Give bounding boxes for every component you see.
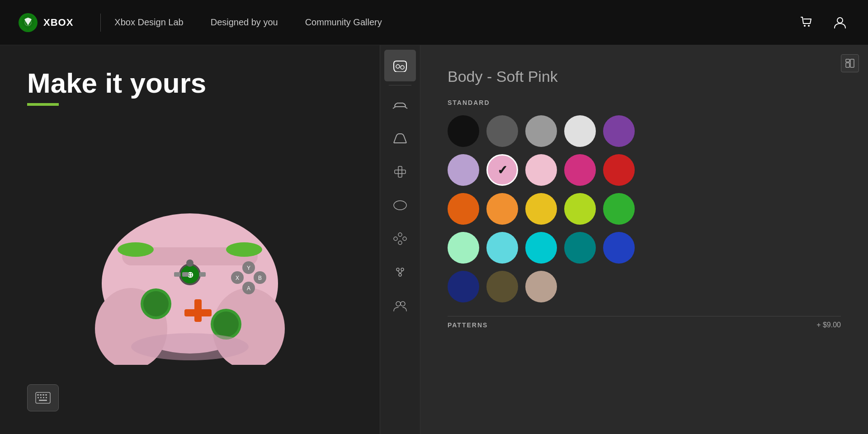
svg-point-52 (394, 237, 397, 241)
color-swatch-light-gray[interactable] (564, 115, 596, 147)
nav-designed-by-you[interactable]: Designed by you (211, 17, 278, 28)
svg-rect-60 (846, 59, 849, 62)
svg-point-10 (226, 242, 262, 257)
title-section: Make it yours (0, 45, 380, 115)
color-swatch-light-pink[interactable] (525, 154, 557, 186)
sidebar-trackpad-icon[interactable] (384, 189, 416, 221)
color-swatch-hot-pink[interactable] (564, 154, 596, 186)
controller-image: ⊕ A B X Y (72, 184, 307, 365)
logo-area[interactable]: XBOX (18, 13, 73, 33)
color-swatch-yellow[interactable] (525, 193, 557, 225)
color-swatch-dark-gray[interactable] (486, 115, 518, 147)
svg-rect-30 (199, 272, 206, 277)
color-swatch-mid-gray[interactable] (525, 115, 557, 147)
expand-button[interactable] (841, 54, 859, 72)
nav-actions (797, 13, 850, 33)
svg-point-43 (396, 65, 400, 68)
sidebar-divider-1 (389, 85, 411, 85)
color-swatch-olive[interactable] (486, 271, 518, 302)
cart-icon (799, 15, 814, 30)
color-swatch-red[interactable] (603, 154, 635, 186)
color-swatch-lavender[interactable] (448, 154, 479, 186)
color-swatch-mint[interactable] (448, 232, 479, 264)
dpad-icon-svg (394, 165, 406, 178)
nav-design-lab[interactable]: Xbox Design Lab (114, 17, 183, 28)
svg-point-4 (837, 18, 843, 23)
color-swatch-lime[interactable] (564, 193, 596, 225)
sidebar-share-icon[interactable] (384, 256, 416, 288)
sidebar-triggers-icon[interactable] (384, 123, 416, 154)
sidebar-body-icon[interactable] (384, 50, 416, 81)
sidebar-dpad-icon[interactable] (384, 156, 416, 188)
color-swatch-orange[interactable] (448, 193, 479, 225)
svg-rect-41 (46, 397, 47, 398)
svg-text:B: B (258, 275, 262, 281)
color-swatch-teal[interactable] (564, 232, 596, 264)
panel-title-primary: Body (448, 68, 483, 85)
profile-icon-svg (393, 299, 407, 312)
svg-point-58 (396, 302, 401, 306)
svg-point-17 (213, 311, 239, 337)
selected-checkmark: ✓ (497, 163, 508, 178)
main-content: Make it yours ⊕ (0, 45, 868, 434)
share-icon-svg (393, 266, 407, 278)
section-standard-label: STANDARD (448, 99, 841, 106)
trackpad-icon-svg (393, 199, 407, 212)
svg-rect-36 (42, 394, 44, 396)
svg-point-9 (118, 242, 154, 257)
svg-point-50 (403, 237, 406, 241)
svg-rect-19 (184, 309, 212, 316)
panel-title: Body - Soft Pink (448, 68, 841, 85)
svg-rect-42 (39, 400, 47, 401)
cart-button[interactable] (797, 13, 816, 33)
svg-point-55 (399, 274, 401, 276)
patterns-price: + $9.00 (816, 321, 841, 329)
color-swatch-green[interactable] (603, 193, 635, 225)
keyboard-button[interactable] (27, 384, 59, 411)
navigation: XBOX Xbox Design Lab Designed by you Com… (0, 0, 868, 45)
patterns-label: PATTERNS (448, 321, 488, 329)
color-swatch-black[interactable] (448, 115, 479, 147)
sidebar-bumpers-icon[interactable] (384, 89, 416, 121)
xbox-logo-icon (18, 13, 38, 33)
svg-rect-46 (398, 166, 402, 177)
svg-point-31 (186, 259, 193, 267)
svg-point-54 (401, 268, 404, 271)
color-swatch-cyan[interactable] (525, 232, 557, 264)
svg-point-44 (401, 66, 404, 69)
color-swatch-cyan-light[interactable] (486, 232, 518, 264)
keyboard-icon (35, 392, 51, 404)
svg-line-57 (400, 271, 402, 274)
svg-rect-34 (37, 394, 39, 396)
sidebar-icons (380, 45, 420, 434)
profile-button[interactable] (830, 13, 850, 33)
nav-divider (100, 14, 101, 32)
color-swatch-light-orange[interactable] (486, 193, 518, 225)
patterns-row[interactable]: PATTERNS + $9.00 (448, 316, 841, 329)
svg-rect-35 (40, 394, 42, 396)
user-icon (833, 15, 847, 30)
color-swatch-tan[interactable] (525, 271, 557, 302)
svg-point-51 (398, 241, 402, 245)
color-swatch-soft-pink[interactable]: ✓ (486, 154, 518, 186)
right-panel: Body - Soft Pink STANDARD ✓ PATTERNS + $… (420, 45, 868, 434)
svg-rect-29 (182, 272, 189, 277)
svg-point-32 (131, 333, 249, 360)
sidebar-profile-icon[interactable] (384, 290, 416, 321)
svg-rect-38 (38, 397, 39, 398)
color-swatch-deep-blue[interactable] (448, 271, 479, 302)
color-swatch-purple[interactable] (603, 115, 635, 147)
svg-rect-28 (174, 272, 180, 277)
svg-line-56 (398, 271, 400, 274)
svg-point-3 (808, 25, 810, 27)
expand-icon (845, 58, 855, 68)
nav-community-gallery[interactable]: Community Gallery (305, 17, 382, 28)
bumpers-icon-svg (392, 99, 408, 111)
sidebar-face-buttons-icon[interactable] (384, 223, 416, 255)
color-swatch-blue[interactable] (603, 232, 635, 264)
svg-rect-37 (45, 394, 47, 396)
svg-text:X: X (236, 275, 239, 281)
brand-label: XBOX (43, 17, 73, 28)
svg-rect-39 (40, 397, 42, 398)
svg-rect-62 (846, 63, 849, 67)
